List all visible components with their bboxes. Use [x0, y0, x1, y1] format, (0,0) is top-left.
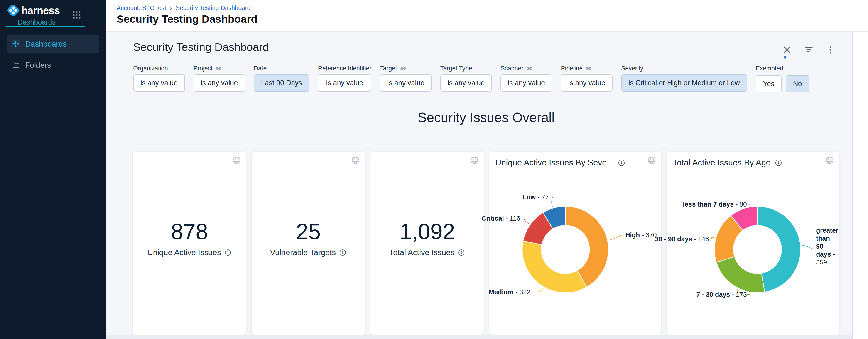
filter-target-type: Target Type is any value: [440, 63, 492, 91]
filter-label: Project: [193, 63, 245, 74]
link-icon: [585, 65, 592, 72]
exempted-yes-button[interactable]: Yes: [756, 75, 782, 92]
link-icon: [215, 65, 222, 72]
filter-label: Pipeline: [561, 63, 613, 74]
dashboard-title: Security Testing Dashboard: [133, 41, 269, 53]
sidebar-item-folders[interactable]: Folders: [7, 56, 99, 74]
folder-icon: [12, 61, 20, 69]
filter-value-project[interactable]: is any value: [193, 74, 245, 91]
app-launcher-icon[interactable]: [72, 10, 82, 20]
metric-value: 878: [133, 219, 246, 245]
slice-label-low: Low - 77: [523, 193, 549, 201]
dashboard-canvas: Security Testing Dashboard Organization …: [106, 32, 852, 339]
chart-card-unique-active-issues-by-seve: Unique Active Issues By Seve... High - 3…: [489, 151, 661, 335]
dashboard-actions: [782, 45, 836, 55]
page-title: Security Testing Dashboard: [117, 13, 257, 25]
metric-value: 25: [252, 219, 365, 245]
module-underline: [5, 26, 85, 28]
slice-label-7-30-days: 7 - 30 days - 173: [696, 291, 747, 299]
slice-label-greater-than-90-days: greater than 90 days - 359: [816, 227, 838, 266]
label-leader-line: [552, 197, 552, 207]
sidebar-nav: Dashboards Folders: [0, 34, 106, 77]
label-leader-line: [711, 237, 715, 239]
donut-slice-7-30-days[interactable]: [716, 257, 765, 293]
filter-value-target-type[interactable]: is any value: [440, 74, 492, 91]
sidebar-item-label: Folders: [25, 61, 51, 69]
link-icon: [400, 65, 407, 72]
harness-logo[interactable]: harness: [6, 4, 60, 17]
donut-slice-greater-than-90-days[interactable]: [757, 206, 801, 292]
filter-organization: Organization is any value: [133, 63, 185, 91]
slice-label-less-than-7-days: less than 7 days - 80: [683, 200, 747, 208]
globe-icon: [470, 156, 479, 165]
filter-date: Date Last 90 Days: [254, 63, 309, 91]
metric-label: Total Active Issues: [370, 248, 484, 257]
metric-label: Unique Active Issues: [133, 248, 246, 257]
donut-slice-medium[interactable]: [522, 241, 587, 293]
filter-label: Exempted: [756, 63, 809, 74]
metric-value: 1,092: [370, 219, 484, 245]
tiles-row: 878 Unique Active Issues 25 Vulnerable T…: [133, 151, 839, 335]
exempted-no-button[interactable]: No: [786, 75, 809, 92]
globe-icon: [232, 156, 241, 165]
filter-label: Date: [254, 63, 309, 74]
info-icon[interactable]: [339, 249, 346, 256]
metric-card-unique-active-issues: 878 Unique Active Issues: [133, 151, 246, 335]
notification-dot: [784, 56, 786, 59]
breadcrumb-page-link[interactable]: Security Testing Dashboard: [176, 4, 251, 11]
filter-value-severity[interactable]: is Critical or High or Medium or Low: [621, 74, 747, 91]
filter-value-scanner[interactable]: is any value: [500, 74, 552, 91]
breadcrumb-account-link[interactable]: Account: STO test: [117, 4, 166, 11]
filter-label: Scanner: [500, 63, 552, 74]
section-title: Security Issues Overall: [133, 110, 839, 125]
metric-card-vulnerable-targets: 25 Vulnerable Targets: [252, 151, 365, 335]
filter-bar: Organization is any valueProject is any …: [133, 63, 809, 92]
breadcrumb-separator: ›: [170, 4, 172, 12]
filter-label: Reference Identifier: [318, 63, 371, 74]
filter-severity: Severity is Critical or High or Medium o…: [621, 63, 747, 91]
sidebar: harness Dashboards Dashboards Folders: [0, 0, 106, 339]
breadcrumb: Account: STO test › Security Testing Das…: [117, 4, 250, 12]
label-leader-line: [802, 246, 812, 249]
dashboards-icon: [12, 40, 20, 48]
filter-value-pipeline[interactable]: is any value: [561, 74, 613, 91]
filter-exempted: Exempted YesNo: [756, 63, 809, 92]
filter-label: Organization: [133, 63, 185, 74]
filter-value-reference-identifier[interactable]: is any value: [318, 74, 371, 91]
filter-label: Target Type: [440, 63, 492, 74]
brand-module-label: Dashboards: [18, 18, 56, 26]
metric-label: Vulnerable Targets: [252, 248, 365, 257]
filter-value-date[interactable]: Last 90 Days: [254, 74, 309, 91]
chart-card-total-active-issues-by-age: Total Active Issues By Age greater than …: [667, 151, 839, 335]
harness-logo-icon: [6, 4, 20, 17]
filter-label: Severity: [621, 63, 747, 74]
donut-chart-age[interactable]: [667, 151, 839, 311]
info-icon[interactable]: [458, 249, 465, 256]
sidebar-item-dashboards[interactable]: Dashboards: [7, 35, 99, 53]
filter-value-target[interactable]: is any value: [380, 74, 432, 91]
top-header: Account: STO test › Security Testing Das…: [106, 0, 868, 32]
globe-icon: [351, 156, 360, 165]
slice-label-medium: Medium - 322: [489, 288, 530, 296]
filter-project: Project is any value: [193, 63, 245, 91]
filter-pipeline: Pipeline is any value: [561, 63, 613, 91]
kebab-menu-icon[interactable]: [826, 45, 836, 55]
slice-label-30-90-days: 30 - 90 days - 146: [655, 235, 709, 243]
filter-target: Target is any value: [380, 63, 432, 91]
filter-icon[interactable]: [804, 45, 814, 55]
slice-label-critical: Critical - 116: [482, 215, 520, 222]
scrollbar-gutter[interactable]: [852, 32, 868, 339]
filter-reference-identifier: Reference Identifier is any value: [318, 63, 371, 91]
filter-label: Target: [380, 63, 432, 74]
label-leader-line: [524, 219, 529, 224]
close-icon[interactable]: [782, 45, 792, 55]
canvas-bottom-strip: [106, 335, 852, 339]
slice-label-high: High - 370: [625, 231, 657, 239]
filter-value-organization[interactable]: is any value: [133, 74, 185, 91]
metric-card-total-active-issues: 1,092 Total Active Issues: [370, 151, 484, 335]
filter-scanner: Scanner is any value: [500, 63, 552, 91]
link-icon: [526, 65, 533, 72]
info-icon[interactable]: [224, 249, 231, 256]
label-leader-line: [534, 288, 544, 292]
brand-name: harness: [21, 4, 60, 17]
